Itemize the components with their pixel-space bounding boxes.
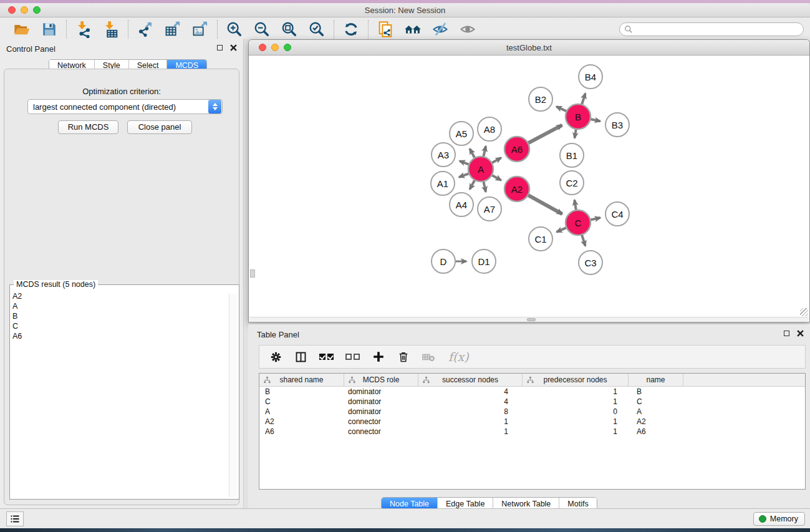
- network-node[interactable]: A: [468, 157, 493, 181]
- network-edge[interactable]: [591, 119, 600, 121]
- network-hscrollbar[interactable]: [249, 317, 809, 321]
- result-item[interactable]: A6: [12, 331, 22, 341]
- zoom-in-button[interactable]: [223, 20, 246, 39]
- column-header-predecessor-nodes[interactable]: predecessor nodes: [523, 374, 629, 386]
- close-panel-icon[interactable]: [230, 44, 237, 51]
- column-header-successor-nodes[interactable]: successor nodes: [418, 374, 523, 386]
- gear-button[interactable]: [269, 351, 282, 364]
- network-edge[interactable]: [483, 181, 486, 192]
- resize-grip-icon[interactable]: [800, 308, 808, 316]
- column-header-mcds-role[interactable]: MCDS role: [344, 374, 418, 386]
- network-edge[interactable]: [574, 200, 576, 211]
- add-column-button[interactable]: [372, 350, 385, 364]
- column-header-shared-name[interactable]: shared name: [259, 374, 344, 386]
- network-node[interactable]: A7: [478, 197, 501, 221]
- network-node[interactable]: D: [432, 249, 455, 273]
- network-graph[interactable]: B4B2BB3A8A5A6A3B1AA1C2A2A4A7C4CC1DD1C3: [249, 56, 809, 318]
- network-node[interactable]: D1: [472, 249, 496, 273]
- close-panel-button[interactable]: Close panel: [127, 120, 192, 134]
- network-close-button[interactable]: [259, 44, 266, 51]
- network-window-titlebar[interactable]: testGlobe.txt: [249, 40, 809, 56]
- network-edge[interactable]: [582, 94, 586, 105]
- network-node[interactable]: B2: [529, 87, 552, 111]
- show-all-button[interactable]: [456, 20, 479, 39]
- delete-button[interactable]: [397, 351, 410, 363]
- task-history-button[interactable]: [6, 511, 24, 526]
- network-node[interactable]: B1: [560, 143, 584, 167]
- float-panel-icon[interactable]: [217, 45, 223, 51]
- import-network-button[interactable]: [72, 20, 95, 39]
- result-item[interactable]: A: [12, 301, 22, 311]
- network-minimize-button[interactable]: [271, 44, 279, 51]
- run-mcds-button[interactable]: Run MCDS: [58, 120, 118, 134]
- mcds-result-list[interactable]: A2 A B C A6: [12, 291, 22, 341]
- network-edge[interactable]: [460, 161, 469, 165]
- deselect-all-button[interactable]: [345, 354, 360, 360]
- network-node[interactable]: C4: [605, 202, 629, 226]
- network-edge[interactable]: [574, 129, 576, 138]
- float-panel-icon[interactable]: [784, 331, 789, 336]
- zoom-window-button[interactable]: [33, 6, 41, 14]
- save-session-button[interactable]: [38, 20, 60, 39]
- network-edge[interactable]: [492, 158, 501, 163]
- result-scrollbar[interactable]: [229, 294, 238, 497]
- function-builder-button[interactable]: f(x): [448, 350, 469, 364]
- network-node[interactable]: A6: [504, 137, 529, 162]
- table-row[interactable]: A dominator 8 0 A: [259, 407, 805, 417]
- close-panel-icon[interactable]: [797, 330, 804, 337]
- network-hscrollbar-thumb[interactable]: [527, 318, 536, 321]
- result-item[interactable]: B: [12, 311, 22, 321]
- minimize-window-button[interactable]: [21, 6, 28, 14]
- table-row[interactable]: C dominator 4 1 C: [259, 397, 805, 407]
- network-edge[interactable]: [470, 180, 475, 190]
- table-row[interactable]: A2 connector 1 1 A2: [259, 417, 805, 427]
- network-node[interactable]: C3: [579, 251, 602, 274]
- network-node[interactable]: B: [566, 104, 591, 129]
- search-input[interactable]: [635, 24, 803, 35]
- network-edge[interactable]: [470, 149, 475, 158]
- new-session-button[interactable]: [374, 20, 397, 39]
- network-node[interactable]: C2: [560, 171, 584, 195]
- column-header-name[interactable]: name: [629, 374, 683, 386]
- search-field[interactable]: [619, 22, 804, 36]
- import-table-button[interactable]: [100, 20, 122, 39]
- optimization-criterion-select[interactable]: largest connected component (directed): [27, 99, 223, 114]
- network-node[interactable]: A3: [432, 143, 455, 167]
- hide-selected-button[interactable]: [429, 20, 451, 39]
- delete-table-button[interactable]: [422, 349, 436, 364]
- close-window-button[interactable]: [8, 6, 16, 14]
- network-node[interactable]: C1: [529, 227, 552, 251]
- network-node[interactable]: A2: [504, 177, 529, 201]
- network-canvas[interactable]: B4B2BB3A8A5A6A3B1AA1C2A2A4A7C4CC1DD1C3: [249, 56, 809, 318]
- network-node[interactable]: A4: [450, 193, 473, 216]
- network-node[interactable]: B4: [579, 65, 602, 89]
- refresh-button[interactable]: [340, 20, 362, 39]
- neighbors-button[interactable]: [402, 20, 424, 39]
- network-node[interactable]: A1: [431, 172, 455, 195]
- select-all-button[interactable]: [319, 354, 334, 360]
- result-item[interactable]: A2: [12, 291, 22, 301]
- table-row[interactable]: A6 connector 1 1 A6: [259, 427, 805, 437]
- zoom-out-button[interactable]: [251, 20, 273, 39]
- network-node[interactable]: B3: [605, 113, 629, 137]
- export-image-button[interactable]: [189, 20, 211, 39]
- network-edge[interactable]: [459, 173, 469, 177]
- network-zoom-button[interactable]: [284, 44, 291, 51]
- network-node[interactable]: C: [566, 210, 591, 235]
- export-table-button[interactable]: [162, 20, 184, 39]
- zoom-selected-button[interactable]: [306, 20, 328, 39]
- network-vscrollbar-thumb[interactable]: [250, 269, 255, 278]
- result-item[interactable]: C: [12, 321, 22, 331]
- network-edge[interactable]: [492, 175, 501, 180]
- network-edge[interactable]: [591, 218, 600, 220]
- zoom-fit-button[interactable]: [278, 20, 301, 39]
- network-edge[interactable]: [556, 107, 567, 112]
- memory-button[interactable]: Memory: [753, 512, 805, 526]
- columns-button[interactable]: [294, 351, 307, 364]
- open-file-button[interactable]: [11, 20, 33, 39]
- export-network-button[interactable]: [134, 20, 157, 39]
- table-row[interactable]: B dominator 4 1 B: [259, 387, 805, 397]
- network-edge[interactable]: [557, 228, 567, 232]
- network-node[interactable]: A5: [450, 122, 473, 145]
- network-edge[interactable]: [528, 125, 562, 143]
